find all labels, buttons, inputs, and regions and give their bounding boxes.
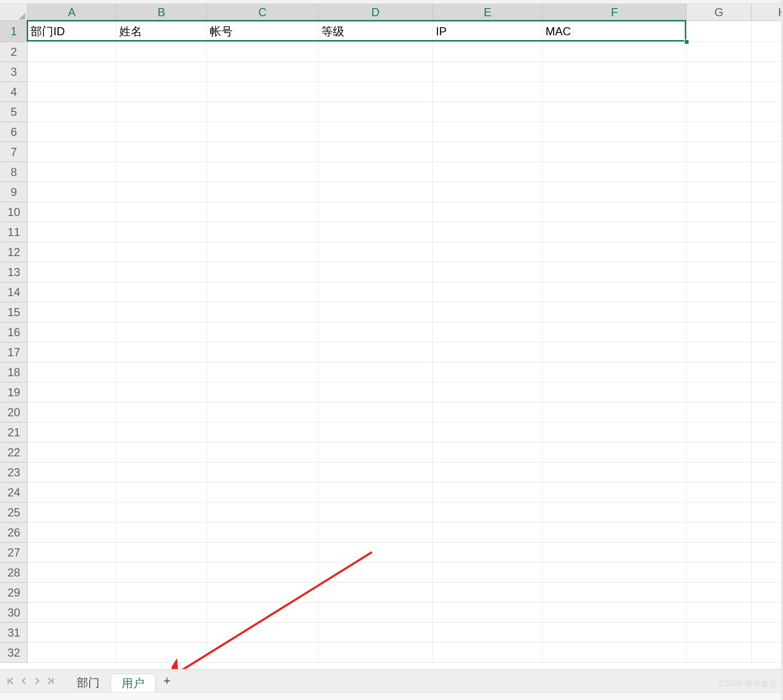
column-header-A[interactable]: A <box>28 4 116 21</box>
cell-F13[interactable] <box>543 262 687 282</box>
cell-H24[interactable] <box>752 483 783 503</box>
cell-G24[interactable] <box>687 483 752 503</box>
row-header-24[interactable]: 24 <box>0 483 28 503</box>
cell-F12[interactable] <box>543 242 687 262</box>
cell-A24[interactable] <box>28 483 116 503</box>
row-header-17[interactable]: 17 <box>0 342 28 362</box>
cell-G21[interactable] <box>687 422 752 443</box>
cell-B26[interactable] <box>116 523 207 543</box>
cell-B8[interactable] <box>116 162 207 182</box>
cell-B31[interactable] <box>116 623 207 643</box>
cell-A23[interactable] <box>28 463 116 483</box>
cell-C2[interactable] <box>207 42 319 62</box>
cell-E4[interactable] <box>433 82 543 102</box>
cell-G8[interactable] <box>687 162 752 182</box>
cell-A19[interactable] <box>28 382 116 402</box>
row-header-4[interactable]: 4 <box>0 82 28 102</box>
cell-G13[interactable] <box>687 262 752 282</box>
cell-G1[interactable] <box>687 21 752 42</box>
cell-H3[interactable] <box>752 62 783 82</box>
cell-D31[interactable] <box>319 623 433 643</box>
cell-F25[interactable] <box>543 503 687 523</box>
row-header-29[interactable]: 29 <box>0 583 28 603</box>
cell-B6[interactable] <box>116 122 207 142</box>
row-header-10[interactable]: 10 <box>0 202 28 222</box>
cell-E15[interactable] <box>433 302 543 322</box>
cell-A20[interactable] <box>28 402 116 422</box>
row-header-16[interactable]: 16 <box>0 322 28 342</box>
cell-E24[interactable] <box>433 483 543 503</box>
cell-D1[interactable]: 等级 <box>319 21 433 42</box>
cell-A22[interactable] <box>28 443 116 463</box>
cell-F5[interactable] <box>543 102 687 122</box>
cell-F16[interactable] <box>543 322 687 342</box>
cell-B13[interactable] <box>116 262 207 282</box>
cell-C32[interactable] <box>207 643 319 663</box>
cell-E10[interactable] <box>433 202 543 222</box>
row-header-25[interactable]: 25 <box>0 503 28 523</box>
cell-B16[interactable] <box>116 322 207 342</box>
row-header-28[interactable]: 28 <box>0 563 28 583</box>
cell-G9[interactable] <box>687 182 752 202</box>
cell-C26[interactable] <box>207 523 319 543</box>
cell-C19[interactable] <box>207 382 319 402</box>
cell-H21[interactable] <box>752 422 783 443</box>
cell-C4[interactable] <box>207 82 319 102</box>
row-header-14[interactable]: 14 <box>0 282 28 302</box>
cell-G10[interactable] <box>687 202 752 222</box>
cell-D30[interactable] <box>319 603 433 623</box>
cell-B14[interactable] <box>116 282 207 302</box>
cell-C13[interactable] <box>207 262 319 282</box>
cell-D25[interactable] <box>319 503 433 523</box>
cell-E21[interactable] <box>433 422 543 443</box>
cell-B4[interactable] <box>116 82 207 102</box>
row-header-1[interactable]: 1 <box>0 21 28 42</box>
row-header-7[interactable]: 7 <box>0 142 28 162</box>
cell-E27[interactable] <box>433 543 543 563</box>
cell-E19[interactable] <box>433 382 543 402</box>
cell-D4[interactable] <box>319 82 433 102</box>
cell-D13[interactable] <box>319 262 433 282</box>
cell-F6[interactable] <box>543 122 687 142</box>
cell-A30[interactable] <box>28 603 116 623</box>
cell-A1[interactable]: 部门ID <box>28 21 116 42</box>
row-header-11[interactable]: 11 <box>0 222 28 242</box>
cell-G7[interactable] <box>687 142 752 162</box>
cell-F29[interactable] <box>543 583 687 603</box>
row-header-32[interactable]: 32 <box>0 643 28 663</box>
cell-E18[interactable] <box>433 362 543 382</box>
cell-H32[interactable] <box>752 643 783 663</box>
cell-D28[interactable] <box>319 563 433 583</box>
cell-H29[interactable] <box>752 583 783 603</box>
cell-B7[interactable] <box>116 142 207 162</box>
cell-G15[interactable] <box>687 302 752 322</box>
cell-C14[interactable] <box>207 282 319 302</box>
cell-B19[interactable] <box>116 382 207 402</box>
row-header-20[interactable]: 20 <box>0 402 28 422</box>
cell-H4[interactable] <box>752 82 783 102</box>
cell-E16[interactable] <box>433 322 543 342</box>
cell-H30[interactable] <box>752 603 783 623</box>
cell-C1[interactable]: 帐号 <box>207 21 319 42</box>
cell-A29[interactable] <box>28 583 116 603</box>
cell-G25[interactable] <box>687 503 752 523</box>
tab-nav-last[interactable] <box>44 672 57 690</box>
cell-G6[interactable] <box>687 122 752 142</box>
cell-B25[interactable] <box>116 503 207 523</box>
cell-H22[interactable] <box>752 443 783 463</box>
cell-G14[interactable] <box>687 282 752 302</box>
cell-D5[interactable] <box>319 102 433 122</box>
cell-E22[interactable] <box>433 443 543 463</box>
row-header-23[interactable]: 23 <box>0 463 28 483</box>
cell-C21[interactable] <box>207 422 319 443</box>
cell-A12[interactable] <box>28 242 116 262</box>
row-header-8[interactable]: 8 <box>0 162 28 182</box>
cell-F24[interactable] <box>543 483 687 503</box>
cell-C28[interactable] <box>207 563 319 583</box>
cell-A16[interactable] <box>28 322 116 342</box>
cell-H10[interactable] <box>752 202 783 222</box>
cell-A11[interactable] <box>28 222 116 242</box>
cell-B29[interactable] <box>116 583 207 603</box>
cell-C10[interactable] <box>207 202 319 222</box>
sheet-tab-1[interactable]: 用户 <box>111 674 155 693</box>
